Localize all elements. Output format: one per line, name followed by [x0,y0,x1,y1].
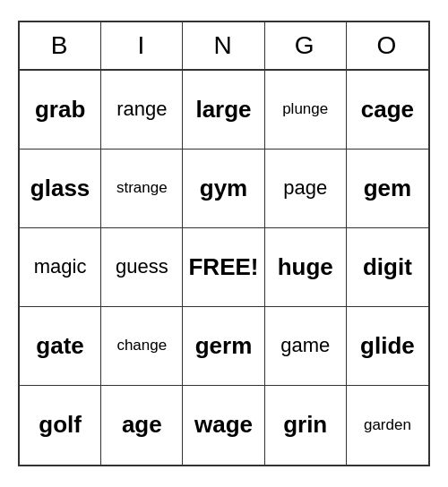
bingo-cell[interactable]: guess [101,228,183,307]
cell-text: gym [200,175,247,202]
cell-text: glide [360,332,415,360]
bingo-cell[interactable]: garden [347,386,428,465]
bingo-cell[interactable]: magic [20,228,101,307]
bingo-cell[interactable]: wage [183,386,264,465]
cell-text: digit [363,253,412,281]
cell-text: age [122,411,162,439]
cell-text: golf [39,411,82,439]
cell-text: huge [278,253,333,281]
header-letter: I [101,22,183,69]
bingo-cell[interactable]: grab [20,71,101,150]
cell-text: gem [364,175,411,202]
bingo-cell[interactable]: gate [20,307,101,386]
cell-text: germ [195,332,253,360]
header-letter: B [20,22,101,69]
bingo-cell[interactable]: digit [347,228,428,307]
cell-text: glass [30,175,90,202]
cell-text: garden [364,416,411,434]
cell-text: strange [116,179,168,197]
bingo-cell[interactable]: change [101,307,183,386]
cell-text: change [116,337,167,355]
cell-text: grab [35,96,85,124]
bingo-cell[interactable]: game [265,307,347,386]
header-letter: N [183,22,264,69]
bingo-header: BINGO [20,22,428,71]
bingo-cell[interactable]: germ [183,307,264,386]
bingo-cell[interactable]: page [265,150,347,228]
bingo-cell[interactable]: huge [265,228,347,307]
bingo-cell[interactable]: glide [347,307,428,386]
cell-text: gate [36,332,83,360]
bingo-cell[interactable]: large [183,71,264,150]
bingo-card: BINGO grabrangelargeplungecageglassstran… [18,21,430,466]
cell-text: wage [194,411,253,439]
bingo-cell[interactable]: glass [20,150,101,228]
cell-text: guess [116,255,168,278]
cell-text: cage [361,96,414,124]
cell-text: grin [283,411,327,439]
bingo-cell[interactable]: cage [347,71,428,150]
cell-text: game [280,334,330,357]
cell-text: large [195,96,251,124]
bingo-cell[interactable]: gem [347,150,428,228]
bingo-cell[interactable]: strange [101,150,183,228]
cell-text: range [116,98,167,121]
bingo-cell[interactable]: plunge [265,71,347,150]
cell-text: plunge [282,100,328,118]
cell-text: FREE! [188,253,258,281]
bingo-cell[interactable]: age [101,386,183,465]
cell-text: magic [34,255,87,278]
bingo-cell[interactable]: grin [265,386,347,465]
bingo-grid: grabrangelargeplungecageglassstrangegymp… [20,71,428,465]
header-letter: O [347,22,428,69]
bingo-cell[interactable]: gym [183,150,264,228]
header-letter: G [265,22,347,69]
bingo-cell[interactable]: FREE! [183,228,264,307]
bingo-cell[interactable]: golf [20,386,101,465]
cell-text: page [283,176,327,200]
bingo-cell[interactable]: range [101,71,183,150]
